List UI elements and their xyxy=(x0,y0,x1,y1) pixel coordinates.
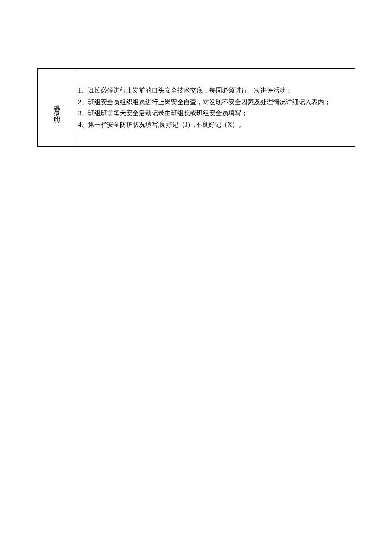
instruction-line: 3、班组班前每天安全活动记录由班组长或班组安全员填写； xyxy=(78,108,353,119)
row-header-text: 填写说明 xyxy=(54,99,60,116)
instruction-line: 4、第一栏安全防护状况填写,良好记（J）,不良好记（X）。 xyxy=(78,119,353,131)
content-cell: 1、班长必须进行上岗前的口头安全技术交底，每周必须进行一次讲评活动； 2、班组安… xyxy=(76,69,355,146)
instruction-line: 2、班组安全员组织组员进行上岗安全自查，对发现不安全因素及处理情况详细记入表内； xyxy=(78,96,353,108)
instruction-table: 填写说明 1、班长必须进行上岗前的口头安全技术交底，每周必须进行一次讲评活动； … xyxy=(37,68,355,147)
row-header-cell: 填写说明 xyxy=(38,69,76,146)
instruction-line: 1、班长必须进行上岗前的口头安全技术交底，每周必须进行一次讲评活动； xyxy=(78,85,353,96)
